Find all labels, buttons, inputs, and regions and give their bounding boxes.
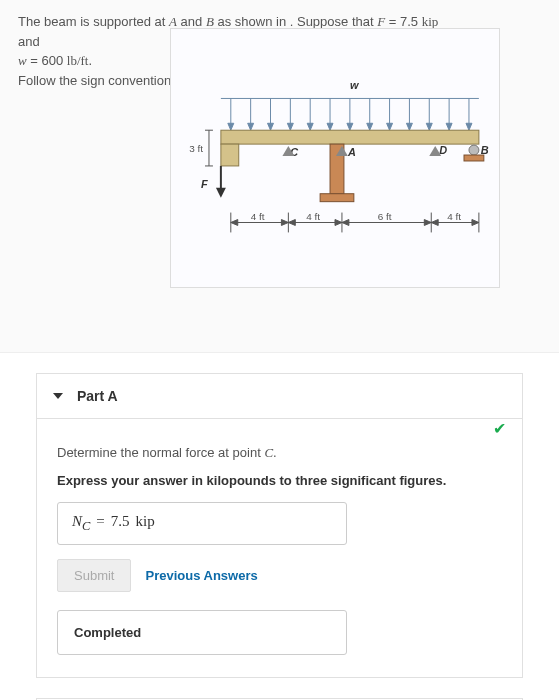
unit-lbft: lb/ft — [67, 53, 89, 68]
svg-marker-12 — [327, 123, 333, 130]
part-a-title: Part A — [77, 388, 118, 404]
label-B: B — [481, 144, 489, 156]
var-A: A — [169, 14, 177, 29]
dim-1: 4 ft — [306, 211, 320, 222]
var-F: F — [377, 14, 385, 29]
unit-kip: kip — [422, 14, 439, 29]
part-a-instruction: Express your answer in kilopounds to thr… — [57, 473, 502, 488]
figure-svg: w C A D B — [171, 29, 499, 287]
label-D: D — [439, 144, 447, 156]
svg-marker-10 — [307, 123, 313, 130]
checkmark-icon: ✔ — [493, 419, 506, 438]
beam-figure: w C A D B — [170, 28, 500, 288]
q-post: . — [273, 445, 277, 460]
label-F: F — [201, 178, 208, 190]
ans-N: N — [72, 513, 82, 529]
svg-marker-8 — [287, 123, 293, 130]
svg-marker-54 — [472, 220, 479, 226]
part-a-body: ✔ Determine the normal force at point C.… — [37, 418, 522, 677]
part-a-header[interactable]: Part A — [37, 374, 522, 418]
answer-unit: kip — [136, 513, 155, 530]
answer-eq: = — [96, 513, 104, 530]
text-eq: = 7.5 — [385, 14, 422, 29]
text-mid: and — [177, 14, 206, 29]
svg-marker-6 — [268, 123, 274, 130]
previous-answers-link[interactable]: Previous Answers — [145, 568, 257, 583]
text-follow: Follow the sign convention. — [18, 73, 175, 88]
text-post: as shown in . Suppose that — [214, 14, 377, 29]
dim-0: 4 ft — [251, 211, 265, 222]
svg-marker-47 — [231, 220, 238, 226]
svg-rect-27 — [221, 130, 479, 144]
text-weq: = 600 — [27, 53, 67, 68]
answer-value: 7.5 — [111, 513, 130, 530]
answer-symbol: NC — [72, 513, 90, 534]
button-row: Submit Previous Answers — [57, 559, 502, 592]
problem-statement: The beam is supported at A and B as show… — [0, 0, 559, 353]
dim-3: 4 ft — [447, 211, 461, 222]
q-pre: Determine the normal force at point — [57, 445, 264, 460]
answer-display: NC = 7.5 kip — [57, 502, 347, 545]
part-a-block: Part A ✔ Determine the normal force at p… — [36, 373, 523, 678]
label-w: w — [350, 79, 360, 91]
problem-lines-left: and w = 600 lb/ft. Follow the sign conve… — [18, 32, 175, 91]
dim-3ft: 3 ft — [189, 143, 203, 154]
svg-marker-18 — [387, 123, 393, 130]
svg-rect-30 — [320, 194, 354, 202]
svg-point-31 — [469, 145, 479, 155]
svg-marker-26 — [466, 123, 472, 130]
svg-marker-40 — [216, 188, 226, 198]
q-var: C — [264, 445, 273, 460]
status-completed: Completed — [57, 610, 347, 655]
svg-marker-14 — [347, 123, 353, 130]
period: . — [88, 53, 92, 68]
svg-marker-2 — [228, 123, 234, 130]
ans-C: C — [82, 519, 90, 533]
text-and: and — [18, 34, 40, 49]
svg-marker-51 — [342, 220, 349, 226]
submit-button[interactable]: Submit — [57, 559, 131, 592]
label-A: A — [347, 146, 356, 158]
svg-marker-49 — [288, 220, 295, 226]
caret-down-icon — [53, 393, 63, 399]
svg-marker-22 — [426, 123, 432, 130]
svg-marker-16 — [367, 123, 373, 130]
svg-rect-28 — [221, 144, 239, 166]
svg-marker-53 — [431, 220, 438, 226]
dim-2: 6 ft — [378, 211, 392, 222]
svg-marker-20 — [406, 123, 412, 130]
text-pre: The beam is supported at — [18, 14, 169, 29]
var-B: B — [206, 14, 214, 29]
svg-marker-4 — [248, 123, 254, 130]
svg-marker-24 — [446, 123, 452, 130]
var-w: w — [18, 53, 27, 68]
part-a-question: Determine the normal force at point C. — [57, 445, 502, 461]
